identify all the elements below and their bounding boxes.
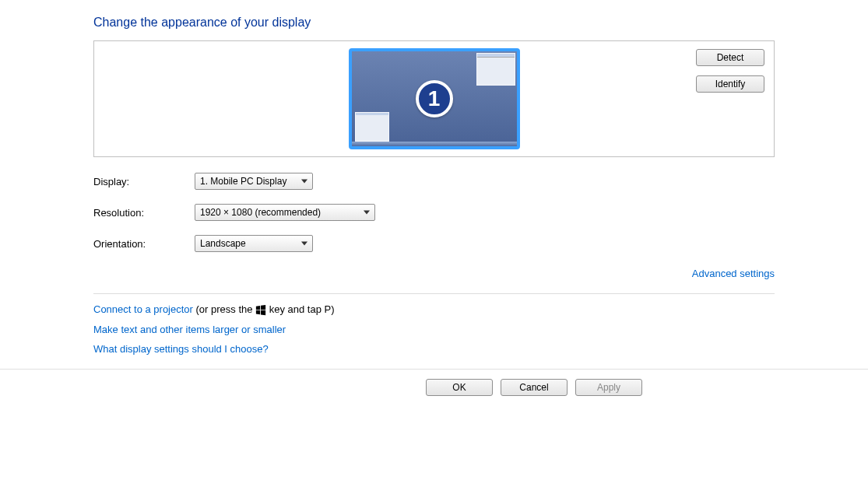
page-title: Change the appearance of your display	[93, 16, 775, 30]
monitor-preview[interactable]: 1	[349, 48, 520, 149]
divider	[93, 293, 775, 294]
orientation-value: Landscape	[200, 238, 246, 249]
apply-button[interactable]: Apply	[575, 379, 642, 396]
mini-window-icon	[355, 112, 389, 142]
text-size-link[interactable]: Make text and other items larger or smal…	[93, 324, 286, 335]
chevron-down-icon	[301, 242, 307, 246]
chevron-down-icon	[364, 211, 370, 215]
cancel-button[interactable]: Cancel	[501, 379, 568, 396]
projector-hint-pre: (or press the	[193, 303, 255, 315]
connect-projector-link[interactable]: Connect to a projector	[93, 303, 193, 315]
ok-button[interactable]: OK	[426, 379, 493, 396]
resolution-label: Resolution:	[93, 207, 195, 219]
orientation-label: Orientation:	[93, 238, 195, 250]
display-label: Display:	[93, 176, 195, 187]
mini-window-icon	[476, 53, 515, 86]
help-link[interactable]: What display settings should I choose?	[93, 343, 269, 355]
identify-button[interactable]: Identify	[696, 75, 764, 93]
chevron-down-icon	[301, 180, 307, 184]
projector-hint-post: key and tap P)	[266, 303, 334, 315]
detect-button[interactable]: Detect	[696, 49, 764, 66]
monitor-number-badge: 1	[416, 80, 453, 117]
display-preview-area: 1 Detect Identify	[93, 40, 775, 157]
taskbar-icon	[352, 142, 517, 146]
resolution-dropdown[interactable]: 1920 × 1080 (recommended)	[195, 204, 375, 221]
display-value: 1. Mobile PC Display	[200, 176, 286, 187]
display-dropdown[interactable]: 1. Mobile PC Display	[195, 173, 313, 190]
windows-key-icon	[255, 305, 266, 316]
resolution-value: 1920 × 1080 (recommended)	[200, 207, 321, 218]
orientation-dropdown[interactable]: Landscape	[195, 235, 313, 252]
advanced-settings-link[interactable]: Advanced settings	[692, 268, 775, 279]
